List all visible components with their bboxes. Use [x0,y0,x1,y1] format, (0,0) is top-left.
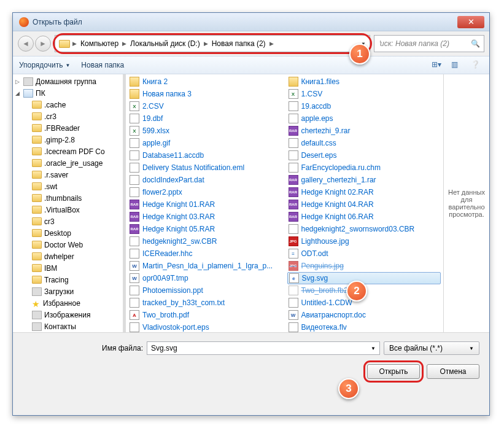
file-item[interactable]: X2.CSV [128,100,282,112]
file-item[interactable]: hedgeknight2_swornsword03.CBR [287,223,441,235]
tree-item[interactable]: .VirtualBox [13,204,123,216]
file-item[interactable]: Delivery Status Notification.eml [128,161,282,174]
file-item[interactable]: WMartin_Pesn_lda_i_plameni_1_Igra_p... [128,260,282,272]
file-name: Delivery Status Notification.eml [142,163,244,172]
back-button[interactable]: ◄ [18,36,34,52]
organize-menu[interactable]: Упорядочить▼ [19,61,70,69]
tree-item[interactable]: ▷Домашняя группа [13,76,123,87]
file-item[interactable]: Wopr00A9T.tmp [128,272,282,284]
tree-item[interactable]: .oracle_jre_usage [13,157,123,169]
tree-item-label: Desktop [44,229,71,238]
file-name: Книга1.files [301,77,339,86]
file-item[interactable]: RARHedge Knight 02.RAR [287,186,441,198]
file-item[interactable]: RARgallery_chertezhi_1.rar [287,174,441,186]
file-item[interactable]: Видеотека.flv [287,321,441,332]
filename-label: Имя файла: [23,344,143,352]
folder-tree[interactable]: ▷Домашняя группа◢ПК.cache.cr3.FBReader.g… [13,74,123,332]
forward-button[interactable]: ► [35,36,51,52]
file-item[interactable]: docIdIndexPart.dat [128,174,282,186]
file-icon [130,163,139,173]
file-item[interactable]: ATwo_broth.pdf [128,309,282,321]
folder-icon [32,124,42,132]
tree-item[interactable]: IBM [13,262,123,274]
preview-pane-button[interactable]: ▥ [451,60,463,70]
file-item[interactable]: 19.dbf [128,112,282,125]
file-icon: W [289,310,298,320]
file-item-selected[interactable]: eSvg.svg [287,272,441,284]
file-item[interactable]: JPGLighthouse.jpg [287,235,441,247]
file-item[interactable]: X1.CSV [287,88,441,100]
tree-item[interactable]: ◢ПК [13,87,123,99]
file-item[interactable]: Photoemission.ppt [128,284,282,297]
folder-icon [32,147,42,155]
folder-icon [32,229,42,237]
tree-item[interactable]: Doctor Web [13,239,123,251]
tree-item[interactable]: .cr3 [13,111,123,122]
file-item[interactable]: apple.eps [287,112,441,125]
tree-item[interactable]: ★Избранное [13,297,123,309]
chevron-down-icon[interactable]: ▼ [371,346,376,351]
file-item[interactable]: X599.xlsx [128,125,282,137]
file-type-filter[interactable]: Все файлы (*.*) ▼ [384,341,479,355]
preview-pane: Нет данных для варительно просмотра. [444,74,489,332]
tree-item[interactable]: .cache [13,99,123,111]
file-item[interactable]: RARHedge Knight 01.RAR [128,198,282,211]
file-name: Untitled-1.CDW [301,298,352,307]
tree-item[interactable]: .gimp-2.8 [13,134,123,146]
file-list[interactable]: Книга 2Новая папка 3X2.CSV19.dbfX599.xls… [126,74,444,332]
file-name: Penguins.jpg [301,262,344,270]
close-button[interactable]: ✕ [457,16,484,28]
help-button[interactable]: ❔ [471,60,483,70]
breadcrumb-seg[interactable]: Новая папка (2) [211,39,267,48]
file-item[interactable]: Новая папка 3 [128,88,282,100]
file-item[interactable]: 19.accdb [287,100,441,112]
breadcrumb-seg[interactable]: Компьютер [79,39,120,48]
open-button[interactable]: Открыть [367,364,420,379]
tree-item[interactable]: Desktop [13,227,123,239]
file-item[interactable]: tracked_by_h33t_com.txt [128,297,282,309]
file-item[interactable]: RARchertezhi_9.rar [287,125,441,137]
file-item[interactable]: FarEncyclopedia.ru.chm [287,161,441,174]
file-item[interactable]: RARHedge Knight 04.RAR [287,198,441,211]
file-item[interactable]: RARHedge Knight 06.RAR [287,211,441,223]
chevron-down-icon[interactable]: ▼ [469,346,474,351]
file-item[interactable]: RARHedge Knight 05.RAR [128,223,282,235]
tree-item[interactable]: Tracing [13,274,123,286]
file-item[interactable]: Database11.accdb [128,149,282,161]
tree-item[interactable]: dwhelper [13,251,123,262]
view-options-button[interactable]: ⊞▾ [432,60,444,70]
filename-input[interactable]: Svg.svg ▼ [147,341,380,355]
file-item[interactable]: Desert.eps [287,149,441,161]
file-item[interactable]: default.css [287,137,441,149]
tree-item[interactable]: cr3 [13,216,123,227]
file-item[interactable]: Книга1.files [287,76,441,88]
file-item[interactable]: RARHedge Knight 03.RAR [128,211,282,223]
file-item[interactable]: Книга 2 [128,76,282,88]
file-item[interactable]: apple.gif [128,137,282,149]
tree-item[interactable]: .Icecream PDF Co [13,146,123,157]
file-item[interactable]: ≡ODT.odt [287,247,441,260]
tree-item[interactable]: .FBReader [13,122,123,134]
tree-item[interactable]: Контакты [13,321,123,332]
folder-icon [32,112,42,120]
file-item[interactable]: ICEReader.hhc [128,247,282,260]
file-item[interactable]: Vladivostok-port.eps [128,321,282,332]
cancel-button[interactable]: Отмена [427,364,479,379]
new-folder-button[interactable]: Новая папка [81,61,124,69]
search-input[interactable]: ˈиск: Новая папка (2) 🔍 [374,35,484,52]
file-item[interactable]: hedgeknight2_sw.CBR [128,235,282,247]
file-item[interactable]: WАвиатранспорт.doc [287,309,441,321]
tree-item[interactable]: .r.saver [13,169,123,181]
tree-item[interactable]: .thumbnails [13,192,123,204]
tree-item[interactable]: Загрузки [13,286,123,297]
file-item[interactable]: JPGPenguins.jpg [287,260,441,272]
folder-icon [32,241,42,249]
file-icon: ≡ [289,249,298,259]
breadcrumb-seg[interactable]: Локальный диск (D:) [129,39,201,48]
file-item[interactable]: flower2.pptx [128,186,282,198]
file-name: ICEReader.hhc [142,249,192,258]
tree-item[interactable]: .swt [13,181,123,192]
breadcrumb[interactable]: ▶ Компьютер ▶ Локальный диск (D:) ▶ Нова… [55,35,370,52]
folder-icon [130,89,139,99]
tree-item[interactable]: Изображения [13,309,123,321]
